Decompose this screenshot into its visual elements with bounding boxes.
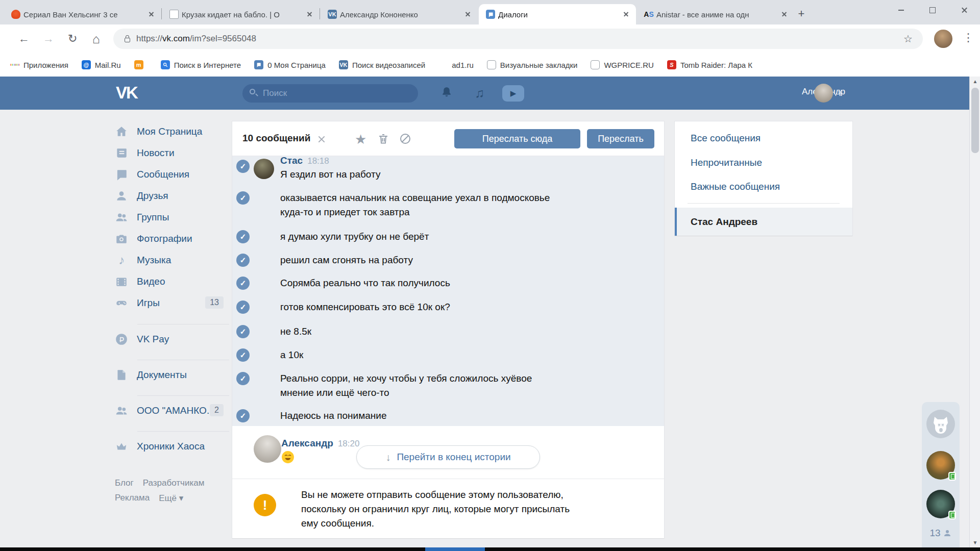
filter-unread[interactable]: Непрочитанные <box>691 157 762 168</box>
tab-close-icon[interactable] <box>305 10 314 19</box>
tab-profile[interactable]: VK Александр Кононенко <box>321 4 478 24</box>
selected-check-icon[interactable] <box>236 160 250 173</box>
important-star-icon[interactable] <box>355 132 366 147</box>
sidebar-item-photos[interactable]: Фотографии <box>115 228 230 249</box>
tab-dialogs-active[interactable]: Диалоги <box>479 4 636 24</box>
tab-kruzak[interactable]: Крузак кидает на бабло. | О <box>162 4 320 24</box>
bookmark-wgprice[interactable]: WGPRICE.RU <box>591 60 654 69</box>
selected-check-icon[interactable] <box>236 191 250 205</box>
sidebar-item-chronicles[interactable]: Хроники Хаоса <box>115 436 230 457</box>
warning-icon <box>254 494 276 516</box>
footer-link-blog[interactable]: Блог <box>115 478 134 488</box>
more-chevron-icon <box>179 493 184 503</box>
forward-icon[interactable] <box>43 31 54 46</box>
spam-block-icon[interactable] <box>399 133 411 147</box>
lock-icon[interactable] <box>125 38 130 42</box>
clear-selection-icon[interactable] <box>316 134 327 144</box>
browser-profile-avatar[interactable] <box>934 30 952 48</box>
friend-avatar-eye[interactable] <box>926 490 955 518</box>
tab-close-icon[interactable] <box>622 10 631 19</box>
new-tab-button[interactable] <box>794 7 808 21</box>
window-minimize-button[interactable] <box>885 0 917 20</box>
bookmark-tombraider[interactable]: S Tomb Raider: Лара К <box>667 60 752 69</box>
footer-link-developers[interactable]: Разработчикам <box>143 478 205 488</box>
selected-check-icon[interactable] <box>236 325 250 338</box>
sidebar-item-games[interactable]: Игры 13 <box>115 292 230 314</box>
bookmark-web-search[interactable]: Поиск в Интернете <box>161 60 241 69</box>
friend-avatar-girl[interactable] <box>926 451 955 480</box>
window-maximize-button[interactable] <box>917 0 948 20</box>
footer-link-ads[interactable]: Реклама <box>115 493 150 504</box>
back-icon[interactable] <box>18 31 30 46</box>
bookmark-my-page[interactable]: 0 Моя Страница <box>254 60 326 69</box>
scroll-down-icon[interactable] <box>970 540 980 545</box>
page-scrollbar[interactable] <box>969 77 980 547</box>
reload-icon[interactable] <box>68 31 77 46</box>
ad1-icon: ad1 <box>438 60 448 69</box>
sidebar-item-amanko[interactable]: ООО "АМАНКО... 2 <box>115 400 230 421</box>
bookmark-video-search[interactable]: VK Поиск видеозаписей <box>339 60 425 69</box>
amanko-count-badge: 2 <box>210 404 224 416</box>
tab-divider <box>161 8 162 19</box>
address-bar[interactable]: https://vk.com/im?sel=9565048 <box>113 29 923 49</box>
tab-close-icon[interactable] <box>463 10 473 19</box>
sender-name[interactable]: Стас18:18 <box>280 155 329 166</box>
scroll-up-icon[interactable] <box>970 79 980 84</box>
footer-link-more[interactable]: Ещё <box>159 493 183 504</box>
cat-favicon <box>11 10 20 19</box>
sidebar-item-messages[interactable]: Сообщения <box>115 164 230 185</box>
active-dialog-item[interactable]: Стас Андреев <box>675 208 852 236</box>
message-text: Реально сорри, не хочу чтобы у тебя слож… <box>280 371 649 400</box>
window-close-button[interactable] <box>948 0 980 20</box>
bookmark-orange[interactable]: m <box>134 60 148 69</box>
home-icon[interactable] <box>92 31 100 47</box>
sidebar-item-music[interactable]: Музыка <box>115 249 230 271</box>
forward-here-button[interactable]: Переслать сюда <box>454 129 580 148</box>
sidebar-item-documents[interactable]: Документы <box>115 364 230 386</box>
dialogs-favicon <box>486 10 495 19</box>
selected-check-icon[interactable] <box>236 254 250 267</box>
forward-button[interactable]: Переслать <box>587 129 654 148</box>
bookmark-ad1[interactable]: ad1 ad1.ru <box>438 60 474 69</box>
sidebar-item-video[interactable]: Видео <box>115 271 230 292</box>
music-icon[interactable] <box>475 86 484 101</box>
filter-important[interactable]: Важные сообщения <box>691 181 780 192</box>
delete-trash-icon[interactable] <box>377 133 389 147</box>
sidebar-item-vkpay[interactable]: VK Pay <box>115 329 230 350</box>
selected-check-icon[interactable] <box>236 230 250 243</box>
tab-close-icon[interactable] <box>780 10 789 19</box>
filter-all-messages[interactable]: Все сообщения <box>691 133 761 144</box>
bookmark-visual[interactable]: Визуальные закладки <box>487 60 578 69</box>
reply-sender-name[interactable]: Александр18:20 <box>281 438 359 449</box>
online-count[interactable]: 13 <box>922 528 960 539</box>
tab-anistar[interactable]: AS Anistar - все аниме на одн <box>637 4 794 24</box>
notifications-bell-icon[interactable] <box>440 86 453 101</box>
sidebar-item-news[interactable]: Новости <box>115 142 230 164</box>
friend-icon <box>115 189 128 203</box>
selected-check-icon[interactable] <box>236 409 250 422</box>
sender-avatar[interactable] <box>254 159 274 179</box>
selected-check-icon[interactable] <box>236 300 250 314</box>
vk-logo[interactable]: VK <box>116 83 137 103</box>
sidebar-item-my-page[interactable]: Моя Страница <box>115 121 230 142</box>
selected-check-icon[interactable] <box>236 348 250 362</box>
vk-search-input[interactable] <box>242 84 418 103</box>
tab-van-helsing[interactable]: Сериал Ван Хельсинг 3 се <box>4 4 161 24</box>
home-icon <box>115 125 128 138</box>
scrollbar-thumb[interactable] <box>971 88 979 153</box>
sidebar-item-friends[interactable]: Друзья <box>115 185 230 207</box>
bookmark-star-icon[interactable] <box>903 33 913 45</box>
chevron-down-icon[interactable] <box>838 88 842 97</box>
vk-user-avatar[interactable] <box>814 84 833 103</box>
bookmark-mailru[interactable]: @ Mail.Ru <box>82 60 121 69</box>
selected-check-icon[interactable] <box>236 277 250 290</box>
friend-avatar-dog[interactable] <box>926 410 955 438</box>
selected-check-icon[interactable] <box>236 372 250 385</box>
tab-close-icon[interactable] <box>147 10 156 19</box>
bookmark-apps[interactable]: Приложения <box>10 60 68 69</box>
jump-to-end-button[interactable]: Перейти в конец истории <box>356 445 540 469</box>
video-play-button[interactable] <box>502 85 524 102</box>
browser-menu-icon[interactable] <box>963 31 974 44</box>
sidebar-item-groups[interactable]: Группы <box>115 207 230 228</box>
reply-avatar[interactable] <box>254 435 281 463</box>
